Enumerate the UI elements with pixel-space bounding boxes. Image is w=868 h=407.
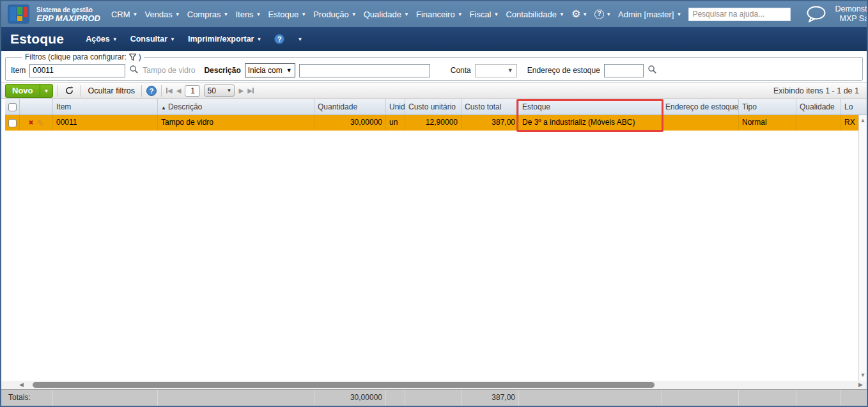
menu-label: Ações [86,35,110,44]
last-page-button[interactable]: ▶ [247,87,254,94]
column-label: Lo [844,102,853,111]
admin-label: Admin [master] [618,10,674,19]
column-header-qualidade[interactable]: Qualidade [796,99,841,115]
totals-unid-cell [386,390,405,406]
menu-itens[interactable]: Itens▼ [235,10,261,19]
help-circle-icon: ? [594,10,604,19]
separator [58,85,58,97]
scrollbar-thumb[interactable] [33,382,655,388]
column-header-unid[interactable]: Unid [386,99,405,115]
grid-header-row: Item ▲Descrição Quantidade Unid Custo un… [5,99,867,115]
menu-qualidade[interactable]: Qualidade▼ [364,10,409,19]
filters-legend[interactable]: Filtros (clique para configurar: ) [22,52,144,61]
column-header-item[interactable]: Item [53,99,158,115]
menu-financeiro[interactable]: Financeiro▼ [416,10,463,19]
help-search-input[interactable] [688,8,791,21]
menu-vendas[interactable]: Vendas▼ [144,10,180,19]
select-all-checkbox[interactable] [8,103,17,111]
scroll-up-icon[interactable]: ▲ [860,118,866,124]
chevron-down-icon: ▼ [256,12,261,17]
help-menu[interactable]: ?▼ [594,10,611,19]
menu-fiscal[interactable]: Fiscal▼ [470,10,499,19]
chevron-down-icon[interactable]: ▼ [297,37,302,42]
column-label: Descrição [168,102,202,111]
column-header-custo-unitario[interactable]: Custo unitário [405,99,461,115]
page-number-input[interactable] [185,85,200,97]
page-size-value: 50 [207,86,215,95]
user-account-menu[interactable]: Demonstração... MXP Samuel▼ [835,4,868,24]
column-label: Endereço de estoque [665,102,738,111]
menu-estoque[interactable]: Estoque▼ [268,10,307,19]
column-header-custo-total[interactable]: Custo total [461,99,519,115]
separator [81,85,81,97]
menu-imprimir-exportar[interactable]: Imprimir/exportar▼ [188,35,261,44]
menu-contabilidade[interactable]: Contabilidade▼ [506,10,564,19]
scroll-right-icon[interactable]: ▶ [856,382,865,388]
item-filter-input[interactable] [29,64,125,77]
menu-acoes[interactable]: Ações▼ [86,35,117,44]
totals-tipo-cell [739,390,796,406]
column-label: Quantidade [318,102,357,111]
search-icon[interactable] [129,65,139,76]
help-icon[interactable]: ? [274,34,284,44]
conta-label: Conta [451,66,471,75]
chevron-down-icon: ▼ [494,12,499,17]
search-icon[interactable] [647,65,657,76]
menu-crm[interactable]: CRM▼ [111,10,138,19]
delete-icon[interactable]: ✖ [28,120,33,126]
chevron-down-icon: ▼ [352,12,357,17]
totals-qualidade-cell [796,390,841,406]
vertical-scrollbar[interactable]: ▲ ▼ [858,115,867,381]
endereco-filter-input[interactable] [604,64,644,77]
help-icon[interactable]: ? [146,86,157,96]
menu-producao[interactable]: Produção▼ [313,10,357,19]
column-header-quantidade[interactable]: Quantidade [314,99,386,115]
column-header-endereco[interactable]: Endereço de estoque [662,99,739,115]
admin-menu[interactable]: Admin [master]▼ [618,10,681,19]
scrollbar-track[interactable] [26,381,867,388]
column-header-descricao[interactable]: ▲Descrição [158,99,314,115]
menu-consultar[interactable]: Consultar▼ [130,35,175,44]
novo-button[interactable]: Novo ▼ [5,84,53,98]
menu-label: Itens [235,10,253,19]
chevron-down-icon: ▼ [606,12,611,17]
chevron-down-icon: ▼ [559,12,564,17]
column-header-lote[interactable]: Lo [841,99,858,115]
first-page-button[interactable]: ◀ [166,87,173,94]
row-checkbox[interactable] [8,119,17,127]
chat-icon[interactable] [805,5,828,23]
actions-column-header [20,99,53,115]
column-header-estoque[interactable]: Estoque [519,99,662,115]
grid-toolbar: Novo ▼ Ocultar filtros ? ◀ ◀ 50 ▼ ▶ ▶ Ex… [1,82,867,99]
chevron-down-icon: ▼ [44,89,49,94]
novo-dropdown-arrow[interactable]: ▼ [40,84,53,97]
scroll-left-icon[interactable]: ◀ [17,382,26,388]
column-label: Estoque [522,102,550,111]
edit-pencil-icon[interactable]: ✎ [37,119,44,127]
previous-page-button[interactable]: ◀ [176,87,182,94]
next-page-button[interactable]: ▶ [238,87,244,94]
refresh-button[interactable] [63,86,76,95]
erp-logo[interactable] [8,4,29,24]
page-title-bar: Estoque Ações▼ Consultar▼ Imprimir/expor… [1,27,867,51]
menu-compras[interactable]: Compras▼ [187,10,229,19]
ocultar-filtros-button[interactable]: Ocultar filtros [86,86,137,95]
settings-menu[interactable]: ⚙▼ [571,9,587,19]
chevron-down-icon: ▼ [175,12,180,17]
table-row[interactable]: ✖ ✎ 00011 Tampo de vidro 30,00000 un 12,… [5,115,867,131]
column-header-tipo[interactable]: Tipo [739,99,796,115]
conta-combobox[interactable]: ▼ [475,64,517,77]
horizontal-scrollbar[interactable]: ◀ ▶ [1,381,867,389]
descricao-operator-select[interactable]: Inicia com ▼ [245,63,295,77]
column-label: Custo unitário [408,102,456,111]
chevron-down-icon: ▼ [227,88,232,93]
scroll-down-icon[interactable]: ▼ [860,372,866,378]
page-size-select[interactable]: 50 ▼ [204,84,235,97]
sort-asc-icon: ▲ [161,105,166,111]
descricao-filter-input[interactable] [299,64,430,77]
grid-area: Item ▲Descrição Quantidade Unid Custo un… [1,99,867,381]
endereco-label: Endereço de estoque [527,66,600,75]
totals-descricao-cell [158,390,314,406]
logo-block [17,16,22,21]
select-all-header[interactable] [5,99,20,115]
